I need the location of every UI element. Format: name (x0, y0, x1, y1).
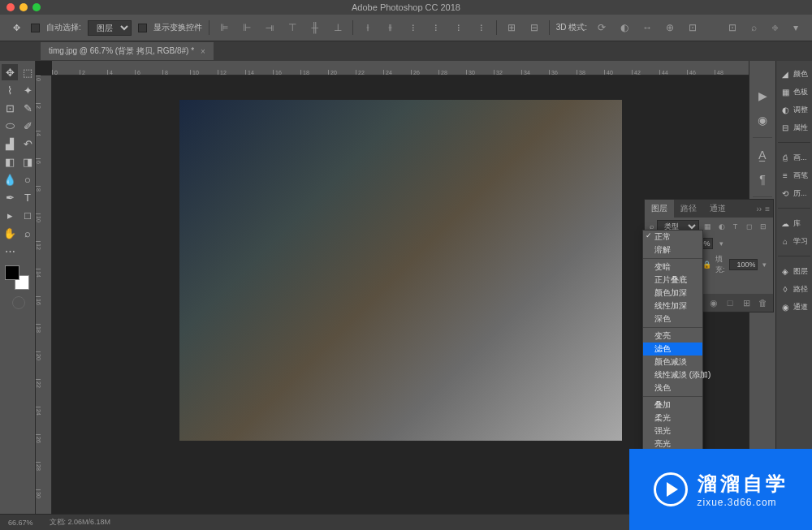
blend-mode-item[interactable]: 正片叠底 (643, 274, 702, 287)
maximize-window-button[interactable] (32, 3, 41, 11)
adj-icon[interactable]: ◉ (708, 297, 719, 308)
filter-adj-icon[interactable]: ◐ (716, 222, 727, 232)
close-window-button[interactable] (6, 3, 15, 11)
fill-chevron-icon[interactable]: ▾ (761, 260, 768, 270)
pen-tool[interactable]: ✒ (2, 189, 18, 205)
share-icon[interactable]: ⎆ (767, 19, 783, 36)
group-icon[interactable]: □ (724, 297, 736, 308)
search-icon[interactable]: ⌕ (745, 19, 762, 36)
blend-mode-item[interactable]: 颜色加深 (643, 287, 702, 299)
3d-pan-icon[interactable]: ◐ (616, 19, 633, 36)
tab-channels[interactable]: 通道 (703, 200, 732, 218)
lasso-tool[interactable]: ⌇ (2, 82, 18, 98)
blend-mode-item[interactable]: 正常 (643, 231, 702, 243)
arrange-2-icon[interactable]: ⊟ (526, 19, 542, 36)
blur-tool[interactable]: 💧 (2, 171, 18, 187)
hand-tool[interactable]: ✋ (2, 225, 18, 241)
edit-toolbar[interactable]: ⋯ (2, 243, 18, 259)
blend-mode-item[interactable]: 线性加深 (643, 299, 702, 312)
filter-smart-icon[interactable]: ⊟ (758, 222, 768, 232)
align-top-icon[interactable]: ⊤ (284, 19, 300, 36)
paragraph-icon[interactable]: ¶ (752, 169, 773, 190)
new-icon[interactable]: ⊞ (741, 297, 752, 308)
character-icon[interactable]: A̲ (752, 144, 773, 166)
tab-close-button[interactable]: × (201, 47, 205, 56)
distribute-h-icon[interactable]: ⫲ (360, 19, 376, 36)
color-swatches[interactable] (5, 265, 29, 290)
shape-tool[interactable]: □ (19, 207, 36, 223)
blend-mode-item[interactable]: 颜色减淡 (643, 355, 702, 368)
gradient-tool[interactable]: ◨ (19, 153, 36, 170)
ruler-horizontal[interactable]: 0246810121416182022242628303234363840424… (52, 61, 749, 75)
3d-orbit-icon[interactable]: ⟳ (594, 19, 610, 36)
align-center-h-icon[interactable]: ⊩ (239, 19, 255, 36)
zoom-level[interactable]: 66.67% (8, 519, 33, 527)
brush-tool[interactable]: ✐ (19, 118, 36, 134)
blend-mode-item[interactable]: 溶解 (643, 243, 702, 256)
distribute-4-icon[interactable]: ⫶ (428, 19, 444, 36)
wand-tool[interactable]: ✦ (19, 82, 36, 98)
minimize-window-button[interactable] (19, 3, 28, 11)
move-tool[interactable]: ✥ (2, 64, 18, 80)
document-tab[interactable]: timg.jpg @ 66.7% (背景 拷贝, RGB/8#) * × (41, 42, 214, 60)
panel-tab-paths[interactable]: ◊ 路径 (778, 281, 810, 297)
filter-shape-icon[interactable]: ◻ (744, 222, 754, 232)
distribute-5-icon[interactable]: ⫶ (451, 19, 467, 36)
foreground-swatch[interactable] (5, 265, 19, 280)
eraser-tool[interactable]: ◧ (2, 153, 18, 170)
align-center-v-icon[interactable]: ╫ (307, 19, 323, 36)
tab-layers[interactable]: 图层 (645, 200, 674, 218)
type-tool[interactable]: T (19, 189, 36, 205)
record-icon[interactable]: ◉ (752, 110, 773, 131)
distribute-v-icon[interactable]: ⫵ (382, 19, 399, 36)
crop-tool[interactable]: ⊡ (2, 100, 18, 116)
distribute-6-icon[interactable]: ⫶ (473, 19, 490, 36)
workspace-icon[interactable]: ⊡ (724, 19, 741, 36)
collapse-icon[interactable]: ›› (756, 205, 762, 213)
align-right-icon[interactable]: ⫣ (261, 19, 278, 36)
quickmask-button[interactable] (12, 296, 25, 309)
filter-type-icon[interactable]: T (730, 222, 741, 232)
panel-tab-brush-presets[interactable]: ≡ 画笔 (778, 167, 810, 183)
filter-pixel-icon[interactable]: ▦ (702, 222, 713, 232)
blend-mode-item[interactable]: 变亮 (643, 330, 702, 343)
ruler-vertical[interactable]: 024681012141618202224262830323436 (36, 75, 52, 514)
blend-mode-item[interactable]: 叠加 (643, 399, 702, 412)
eyedropper-tool[interactable]: ✎ (19, 100, 36, 116)
healing-tool[interactable]: ⬭ (2, 118, 18, 134)
auto-select-checkbox[interactable] (31, 24, 40, 32)
marquee-tool[interactable]: ⬚ (19, 64, 36, 80)
panel-tab-channels[interactable]: ◉ 通道 (778, 299, 810, 315)
blend-mode-item[interactable]: 深色 (643, 312, 702, 325)
blend-mode-item[interactable]: 强光 (643, 424, 702, 437)
fill-input[interactable] (729, 259, 758, 270)
opacity-chevron-icon[interactable]: ▾ (716, 239, 727, 249)
panel-tab-properties[interactable]: ⊟ 属性 (778, 119, 810, 136)
workspace-menu-icon[interactable]: ▾ (788, 19, 804, 36)
blend-mode-item[interactable]: 柔光 (643, 412, 702, 424)
blend-mode-item[interactable]: 线性减淡 (添加) (643, 368, 702, 381)
history-brush-tool[interactable]: ↶ (19, 136, 36, 152)
3d-rotate-icon[interactable]: ⊕ (662, 19, 678, 36)
blend-mode-item[interactable]: 浅色 (643, 381, 702, 394)
stamp-tool[interactable]: ▟ (2, 136, 18, 152)
panel-tab-layers[interactable]: ◈ 图层 (778, 263, 810, 279)
panel-tab-brush[interactable]: ⎙ 画... (778, 149, 810, 166)
distribute-3-icon[interactable]: ⫶ (405, 19, 421, 36)
trash-icon[interactable]: 🗑 (757, 297, 768, 308)
panel-tab-adjustments[interactable]: ◐ 调整 (778, 101, 810, 118)
zoom-tool[interactable]: ⌕ (19, 225, 36, 241)
blend-mode-item[interactable]: 变暗 (643, 261, 702, 274)
panel-tab-learn[interactable]: ⌂ 学习 (778, 233, 810, 249)
align-left-icon[interactable]: ⊫ (216, 19, 232, 36)
auto-select-dropdown[interactable]: 图层 (88, 20, 132, 36)
play-icon[interactable]: ▶ (752, 85, 773, 106)
3d-scale-icon[interactable]: ⊡ (685, 19, 701, 36)
arrange-1-icon[interactable]: ⊞ (503, 19, 520, 36)
path-tool[interactable]: ▸ (2, 207, 18, 223)
show-transform-checkbox[interactable] (138, 24, 147, 32)
blend-mode-item[interactable]: 滤色 (643, 343, 702, 355)
panel-tab-swatches[interactable]: ▦ 色板 (778, 84, 810, 100)
menu-icon[interactable]: ≡ (765, 205, 770, 213)
panel-tab-color[interactable]: ◢ 颜色 (778, 66, 810, 82)
